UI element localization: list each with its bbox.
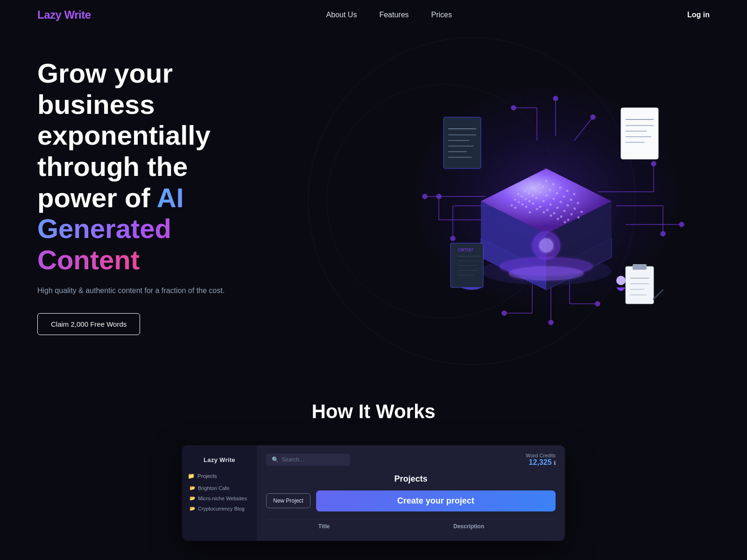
sidebar-projects-section: 📁 Projects 📂 Brighton Cafe 📂 Micro-niche… (182, 471, 257, 516)
svg-point-59 (567, 204, 569, 206)
svg-point-57 (553, 197, 555, 200)
table-header: Title Description (266, 519, 556, 533)
navbar: Lazy Write About Us Features Prices Log … (0, 0, 747, 30)
col-title-header: Title (266, 523, 382, 530)
search-placeholder: Search... (282, 456, 304, 463)
svg-point-7 (423, 194, 427, 199)
svg-point-117 (616, 276, 626, 285)
svg-point-79 (529, 211, 531, 213)
hero-headline: Grow your business exponentially through… (37, 58, 271, 276)
svg-point-23 (595, 301, 600, 306)
sidebar-item-brighton[interactable]: 📂 Brighton Cafe (188, 483, 251, 493)
word-credits-value: 12,325 ℹ (526, 458, 556, 467)
hero-left: Grow your business exponentially through… (37, 58, 271, 335)
svg-point-119 (539, 238, 553, 252)
svg-point-32 (517, 193, 520, 195)
svg-point-26 (511, 105, 516, 110)
hero-illustration: CONTENT (383, 61, 710, 332)
svg-line-29 (574, 117, 593, 140)
svg-point-67 (550, 203, 552, 205)
top-bar: 🔍 Search... Word Credits 12,325 ℹ (266, 453, 556, 467)
sidebar-item-label-2: Micro-niche Websites (198, 496, 247, 501)
sidebar-brand: Lazy Write (182, 453, 257, 471)
sidebar-section-label: Projects (197, 473, 217, 479)
svg-point-45 (542, 185, 544, 188)
svg-point-40 (573, 193, 576, 195)
svg-point-61 (581, 210, 583, 213)
svg-point-35 (538, 183, 541, 185)
col-description-header: Description (382, 523, 556, 530)
svg-rect-111 (633, 264, 647, 270)
svg-point-82 (550, 214, 552, 217)
nav-links: About Us Features Prices (326, 11, 452, 19)
svg-point-58 (560, 201, 562, 203)
svg-point-65 (536, 196, 538, 199)
svg-point-47 (556, 192, 558, 194)
svg-point-83 (557, 217, 559, 220)
svg-point-42 (521, 195, 523, 197)
svg-point-50 (577, 202, 579, 204)
svg-point-46 (549, 189, 551, 191)
hero-illustration-svg: CONTENT (383, 61, 710, 332)
hero-svg: CONTENT (383, 61, 710, 332)
hero-headline-plain: Grow your business exponentially through… (37, 58, 211, 213)
svg-point-48 (563, 195, 565, 197)
svg-point-66 (543, 200, 545, 202)
hero-cta-button[interactable]: Claim 2,000 Free Words (37, 313, 140, 335)
svg-point-74 (539, 205, 542, 208)
svg-line-116 (654, 290, 663, 299)
svg-point-69 (564, 210, 566, 212)
svg-rect-94 (621, 108, 658, 159)
folder-icon: 📁 (188, 473, 195, 479)
how-it-works-section: How It Works Lazy Write 📁 Projects 📂 Bri… (0, 372, 747, 541)
svg-point-84 (564, 221, 566, 223)
svg-point-68 (557, 206, 559, 209)
svg-point-36 (545, 180, 548, 182)
folder-small-icon-2: 📂 (190, 496, 195, 501)
svg-point-13 (661, 231, 665, 236)
svg-point-76 (553, 212, 556, 214)
svg-point-70 (571, 213, 573, 215)
sidebar-projects-header: 📁 Projects (188, 473, 251, 479)
sidebar-item-label-3: Cryptocurrency Blog (198, 506, 245, 511)
svg-point-77 (560, 215, 563, 217)
svg-point-34 (531, 186, 534, 189)
sidebar-item-crypto[interactable]: 📂 Cryptocurrency Blog (188, 504, 251, 514)
sidebar-item-label-1: Brighton Cafe (198, 485, 229, 491)
svg-point-20 (549, 320, 553, 325)
nav-features[interactable]: Features (379, 11, 409, 19)
word-credits-label: Word Credits (526, 453, 556, 458)
new-project-button[interactable]: New Project (266, 493, 310, 508)
svg-rect-110 (626, 266, 654, 304)
word-credits: Word Credits 12,325 ℹ (526, 453, 556, 467)
app-main-content: 🔍 Search... Word Credits 12,325 ℹ Projec… (257, 445, 565, 541)
svg-point-81 (543, 211, 545, 213)
svg-point-49 (570, 198, 572, 201)
search-box[interactable]: 🔍 Search... (266, 454, 350, 466)
brand-logo: Lazy Write (37, 8, 91, 21)
svg-point-15 (679, 222, 684, 227)
app-sidebar: Lazy Write 📁 Projects 📂 Brighton Cafe 📂 … (182, 445, 257, 541)
svg-point-41 (514, 198, 516, 201)
svg-point-51 (511, 204, 513, 206)
svg-point-80 (536, 208, 538, 210)
svg-point-55 (539, 191, 541, 193)
sidebar-item-microniche[interactable]: 📂 Micro-niche Websites (188, 493, 251, 504)
nav-prices[interactable]: Prices (431, 11, 452, 19)
svg-point-62 (514, 206, 517, 209)
svg-point-63 (521, 203, 524, 205)
svg-point-54 (532, 194, 534, 196)
create-project-button[interactable]: Create your project (316, 490, 556, 511)
hero-section: Grow your business exponentially through… (0, 30, 747, 372)
svg-point-52 (518, 201, 520, 203)
search-icon: 🔍 (272, 456, 279, 463)
svg-point-30 (591, 115, 595, 119)
how-it-works-title: How It Works (37, 400, 710, 423)
svg-point-72 (525, 205, 528, 208)
svg-point-38 (559, 186, 562, 189)
svg-point-71 (578, 216, 580, 218)
svg-text:CONTENT: CONTENT (458, 248, 473, 252)
login-button[interactable]: Log in (687, 11, 710, 19)
svg-rect-87 (444, 117, 481, 168)
nav-about[interactable]: About Us (326, 11, 357, 19)
